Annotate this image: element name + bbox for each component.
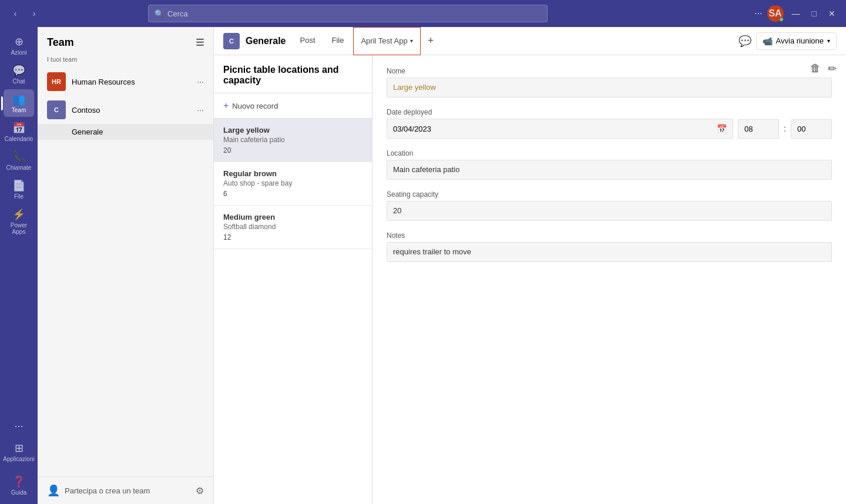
record-item-regular-brown[interactable]: Regular brown Auto shop - spare bay 6 xyxy=(214,162,372,206)
sidebar-item-calendario[interactable]: 📅 Calendario xyxy=(4,118,34,146)
title-bar-right: ··· SA — □ ✕ xyxy=(754,5,839,22)
settings-icon[interactable]: ⚙ xyxy=(196,485,204,496)
team-avatar-hr: HR xyxy=(47,72,66,91)
sidebar-header: Team ☰ xyxy=(38,27,213,53)
team-more-contoso[interactable]: ··· xyxy=(197,105,204,115)
edit-button[interactable]: ✏ xyxy=(828,62,837,75)
sidebar-item-applicazioni[interactable]: ⊞ Applicazioni xyxy=(4,438,34,466)
record-item-medium-green[interactable]: Medium green Softball diamond 12 xyxy=(214,206,372,249)
channel-header: C Generale Post File April Test App ▾ + … xyxy=(214,27,846,55)
record-location: Auto shop - spare bay xyxy=(223,179,362,187)
list-panel: Picnic table locations and capacity + Nu… xyxy=(214,55,372,504)
team-more-hr[interactable]: ··· xyxy=(197,77,204,86)
sidebar: Team ☰ I tuoi team HR Human Resources ··… xyxy=(38,27,214,504)
date-value: 03/04/2023 xyxy=(393,125,431,133)
tab-caret: ▾ xyxy=(410,38,413,44)
title-bar: ‹ › 🔍 ··· SA — □ ✕ xyxy=(0,0,846,27)
field-notes: Notes requires trailer to move xyxy=(387,231,832,262)
delete-button[interactable]: 🗑 xyxy=(810,62,821,75)
field-seating-label: Seating capacity xyxy=(387,190,832,199)
field-date-label: Date deployed xyxy=(387,108,832,116)
record-location: Main cafeteria patio xyxy=(223,136,362,144)
left-nav: ⊕ Azioni 💬 Chat 👥 Team 📅 Calendario 📞 Ch… xyxy=(0,27,38,504)
time-separator: : xyxy=(784,124,786,133)
teams-section-label: I tuoi team xyxy=(38,53,213,68)
field-name-label: Nome xyxy=(387,67,832,75)
new-record-button[interactable]: + Nuovo record xyxy=(214,93,372,119)
sidebar-item-label: Chiamate xyxy=(6,164,32,171)
sidebar-item-label: Guida xyxy=(11,489,27,496)
field-location: Location Main cafeteria patio xyxy=(387,149,832,180)
team-icon: 👥 xyxy=(12,93,25,106)
team-item-contoso[interactable]: C Contoso ··· xyxy=(38,96,213,124)
chiamate-icon: 📞 xyxy=(12,150,25,163)
search-input[interactable] xyxy=(167,9,541,18)
forward-button[interactable]: › xyxy=(26,5,42,22)
channel-item-generale[interactable]: Generale xyxy=(38,124,213,140)
sidebar-item-chiamate[interactable]: 📞 Chiamate xyxy=(4,147,34,174)
sidebar-filter-icon[interactable]: ☰ xyxy=(196,37,204,48)
avatar[interactable]: SA xyxy=(767,5,784,22)
sidebar-item-file[interactable]: 📄 File xyxy=(4,176,34,203)
list-panel-title: Picnic table locations and capacity xyxy=(214,55,372,93)
add-tab-button[interactable]: + xyxy=(423,35,439,47)
field-name: Nome Large yellow xyxy=(387,67,832,98)
chat-button[interactable]: 💬 xyxy=(738,35,751,48)
guida-icon: ❓ xyxy=(12,475,25,488)
team-item-hr[interactable]: HR Human Resources ··· xyxy=(38,68,213,96)
record-item-large-yellow[interactable]: Large yellow Main cafeteria patio 20 xyxy=(214,119,372,162)
meeting-caret-icon: ▾ xyxy=(827,38,830,44)
more-nav-button[interactable]: ··· xyxy=(9,415,28,437)
title-bar-nav: ‹ › xyxy=(7,5,42,22)
sidebar-item-team[interactable]: 👥 Team xyxy=(4,89,34,117)
search-icon: 🔍 xyxy=(155,9,164,18)
record-capacity: 20 xyxy=(223,146,362,154)
field-date-deployed: Date deployed 03/04/2023 📅 08 : 00 xyxy=(387,108,832,139)
detail-panel: 🗑 ✏ Nome Large yellow Date deployed 03/0… xyxy=(372,55,846,504)
tab-file[interactable]: File xyxy=(325,27,351,55)
file-icon: 📄 xyxy=(12,179,25,192)
tab-april-test-app[interactable]: April Test App ▾ xyxy=(353,27,420,55)
record-name: Large yellow xyxy=(223,126,362,135)
sidebar-item-powerapps[interactable]: ⚡ Power Apps xyxy=(4,204,34,238)
team-avatar-contoso: C xyxy=(47,100,66,119)
record-list: Large yellow Main cafeteria patio 20 Reg… xyxy=(214,119,372,504)
calendario-icon: 📅 xyxy=(12,122,25,135)
record-name: Medium green xyxy=(223,213,362,221)
team-name-hr: Human Resources xyxy=(72,78,191,86)
azioni-icon: ⊕ xyxy=(15,35,24,48)
time-hour-input[interactable]: 08 xyxy=(738,119,779,139)
maximize-button[interactable]: □ xyxy=(808,9,820,18)
sidebar-item-label: Calendario xyxy=(5,136,33,142)
new-record-label: Nuovo record xyxy=(232,102,278,110)
sidebar-item-chat[interactable]: 💬 Chat xyxy=(4,61,34,88)
detail-panel-toolbar: 🗑 ✏ xyxy=(810,62,837,75)
meeting-label: Avvia riunione xyxy=(776,36,824,45)
back-button[interactable]: ‹ xyxy=(7,5,24,22)
close-button[interactable]: ✕ xyxy=(825,9,839,18)
sidebar-item-guida[interactable]: ❓ Guida xyxy=(4,472,34,499)
sidebar-item-label: Applicazioni xyxy=(3,456,34,462)
record-location: Softball diamond xyxy=(223,223,362,231)
date-row: 03/04/2023 📅 08 : 00 xyxy=(387,119,832,139)
minimize-button[interactable]: — xyxy=(788,9,804,18)
sidebar-item-azioni[interactable]: ⊕ Azioni xyxy=(4,32,34,59)
sidebar-item-label: Chat xyxy=(12,78,25,85)
record-capacity: 12 xyxy=(223,233,362,241)
app-body: ⊕ Azioni 💬 Chat 👥 Team 📅 Calendario 📞 Ch… xyxy=(0,27,846,504)
sidebar-footer[interactable]: 👤 Partecipa o crea un team ⚙ xyxy=(38,476,213,504)
new-record-plus-icon: + xyxy=(223,100,229,111)
time-min-input[interactable]: 00 xyxy=(791,119,832,139)
meeting-button[interactable]: 📹 Avvia riunione ▾ xyxy=(756,32,837,50)
more-options-button[interactable]: ··· xyxy=(754,8,762,19)
join-team-label: Partecipa o crea un team xyxy=(65,486,191,495)
applicazioni-icon: ⊞ xyxy=(15,442,24,455)
date-input[interactable]: 03/04/2023 📅 xyxy=(387,119,733,139)
join-team-icon: 👤 xyxy=(47,484,60,497)
calendar-icon[interactable]: 📅 xyxy=(717,124,727,133)
tab-post[interactable]: Post xyxy=(293,27,322,55)
online-status-dot xyxy=(779,17,784,22)
meeting-icon: 📹 xyxy=(763,36,773,46)
sidebar-item-label: Power Apps xyxy=(6,222,32,235)
sidebar-item-label: Azioni xyxy=(11,49,26,56)
